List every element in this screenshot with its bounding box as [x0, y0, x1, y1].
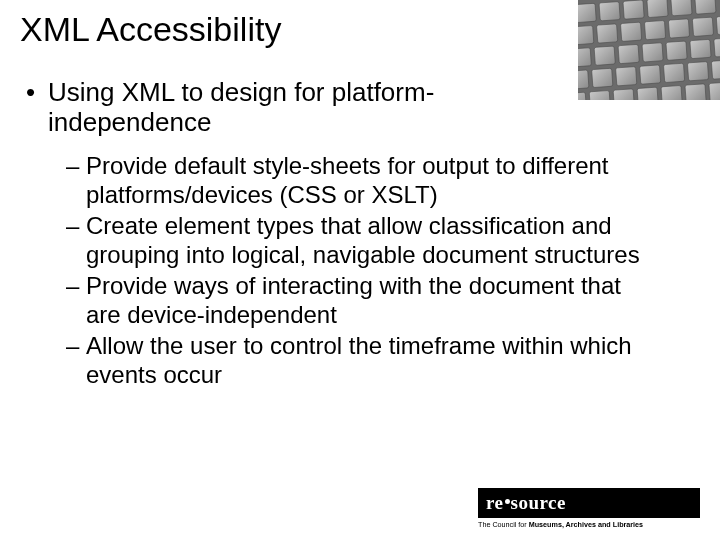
- svg-rect-11: [644, 20, 665, 39]
- svg-rect-25: [640, 65, 661, 84]
- svg-rect-22: [578, 70, 589, 89]
- svg-rect-24: [616, 67, 637, 86]
- svg-rect-30: [589, 90, 610, 100]
- sub-bullet-text: Create element types that allow classifi…: [86, 211, 646, 269]
- svg-rect-8: [578, 25, 594, 44]
- svg-rect-32: [637, 87, 658, 100]
- svg-rect-16: [594, 46, 615, 65]
- sub-bullet-item: – Provide ways of interacting with the d…: [66, 271, 694, 329]
- svg-rect-5: [647, 0, 668, 18]
- sub-bullet-item: – Create element types that allow classi…: [66, 211, 694, 269]
- logo-top: re source: [478, 488, 700, 518]
- svg-rect-10: [621, 22, 642, 41]
- svg-rect-34: [685, 84, 706, 100]
- logo-subtitle: The Council for Museums, Archives and Li…: [478, 518, 700, 529]
- colon-dot-icon: [505, 499, 510, 504]
- svg-rect-26: [663, 63, 684, 82]
- svg-rect-12: [668, 19, 689, 38]
- svg-rect-4: [623, 0, 644, 19]
- svg-rect-18: [642, 43, 663, 62]
- svg-rect-28: [711, 60, 720, 79]
- svg-rect-23: [592, 68, 613, 87]
- sub-bullet-text: Allow the user to control the timeframe …: [86, 331, 646, 389]
- sub-bullet-text: Provide ways of interacting with the doc…: [86, 271, 646, 329]
- sub-bullet-item: – Allow the user to control the timefram…: [66, 331, 694, 389]
- keyboard-image: [578, 0, 720, 100]
- svg-rect-35: [709, 82, 720, 100]
- dash-mark: –: [66, 271, 86, 329]
- sub-bullet-text: Provide default style-sheets for output …: [86, 151, 646, 209]
- svg-rect-13: [692, 17, 713, 36]
- logo-sub-prefix: The Council for: [478, 520, 529, 529]
- svg-rect-2: [578, 3, 596, 22]
- svg-rect-17: [618, 44, 639, 63]
- dash-mark: –: [66, 211, 86, 269]
- svg-rect-19: [666, 41, 687, 60]
- svg-rect-3: [599, 2, 620, 21]
- svg-rect-27: [687, 62, 708, 81]
- logo-sub-bold: Museums, Archives and Libraries: [529, 520, 643, 529]
- sub-bullet-list: – Provide default style-sheets for outpu…: [26, 151, 694, 389]
- svg-rect-21: [714, 38, 720, 57]
- svg-rect-29: [578, 92, 586, 100]
- dash-mark: –: [66, 151, 86, 209]
- svg-rect-31: [613, 89, 634, 100]
- bullet-mark: •: [26, 77, 48, 137]
- slide-body: • Using XML to design for platform-indep…: [20, 77, 700, 389]
- svg-rect-6: [671, 0, 692, 16]
- svg-rect-15: [578, 48, 591, 67]
- resource-logo: re source The Council for Museums, Archi…: [478, 488, 700, 532]
- svg-rect-33: [661, 85, 682, 100]
- bullet-text: Using XML to design for platform-indepen…: [48, 77, 508, 137]
- logo-text-re: re: [486, 492, 504, 514]
- svg-rect-20: [690, 39, 711, 58]
- dash-mark: –: [66, 331, 86, 389]
- svg-rect-9: [597, 24, 618, 43]
- logo-text-source: source: [511, 492, 566, 514]
- sub-bullet-item: – Provide default style-sheets for outpu…: [66, 151, 694, 209]
- slide: XML Accessibility • Using XML to design …: [0, 0, 720, 540]
- svg-rect-7: [695, 0, 716, 14]
